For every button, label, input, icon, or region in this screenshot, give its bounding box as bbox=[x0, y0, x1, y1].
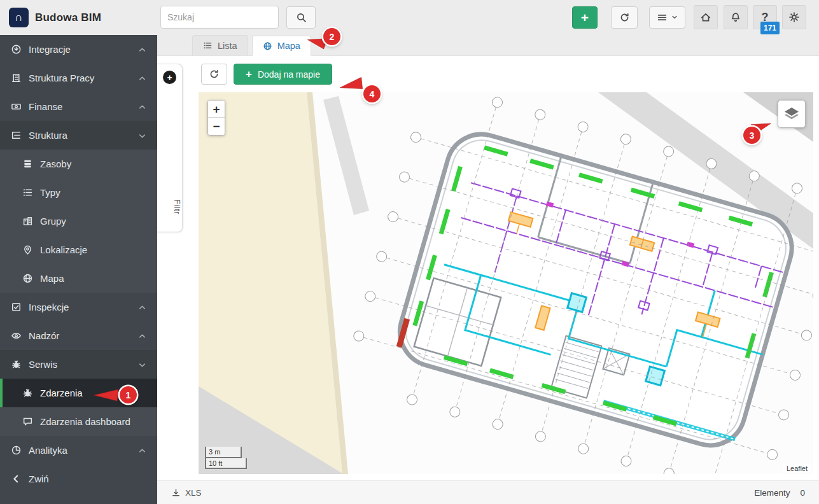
sidebar-item-mapa[interactable]: Mapa bbox=[0, 264, 157, 293]
annotation-4: 4 bbox=[339, 78, 383, 104]
sidebar-item-label: Zwiń bbox=[29, 473, 49, 484]
sidebar-item-typy[interactable]: Typy bbox=[0, 178, 157, 207]
sidebar-collapse-button[interactable]: Zwiń bbox=[0, 465, 157, 493]
chevron-up-icon bbox=[138, 446, 147, 455]
search-input[interactable] bbox=[160, 6, 279, 29]
annotation-badge: 3 bbox=[743, 127, 760, 144]
tab-mapa[interactable]: Mapa bbox=[252, 36, 311, 56]
chevron-left-icon bbox=[10, 473, 22, 485]
annotation-arrow-icon bbox=[340, 79, 363, 92]
sidebar-item-struktura-pracy[interactable]: Struktura Pracy bbox=[0, 64, 157, 92]
list-icon bbox=[203, 41, 213, 50]
sidebar-item-zdarzenia-dashboard[interactable]: Zdarzenia dashboard bbox=[0, 407, 157, 436]
layers-icon bbox=[783, 106, 800, 122]
annotation-arrow-icon bbox=[94, 389, 118, 402]
sidebar-item-integracje[interactable]: Integracje bbox=[0, 35, 157, 64]
hamburger-icon bbox=[657, 12, 668, 23]
globe-icon bbox=[263, 41, 272, 51]
sidebar-item-grupy[interactable]: Grupy bbox=[0, 207, 157, 235]
sidebar-item-lokalizacje[interactable]: Lokalizacje bbox=[0, 235, 157, 264]
menu-button[interactable] bbox=[649, 6, 685, 29]
resources-stack-icon bbox=[22, 158, 33, 170]
tab-strip: Lista Mapa bbox=[157, 35, 819, 56]
map[interactable]: + − 3 m 10 ft Leaflet bbox=[199, 92, 813, 474]
sidebar-item-label: Grupy bbox=[40, 216, 66, 227]
check-square-icon bbox=[10, 302, 22, 313]
structure-tree-icon bbox=[10, 130, 22, 141]
layers-control-button[interactable] bbox=[778, 100, 806, 128]
zoom-in-button[interactable]: + bbox=[208, 101, 225, 118]
sidebar-item-serwis[interactable]: Serwis bbox=[0, 350, 157, 379]
integrations-icon bbox=[10, 44, 22, 55]
create-button[interactable]: + bbox=[572, 6, 598, 29]
chevron-up-icon bbox=[138, 74, 147, 83]
sidebar-item-label: Zdarzenia dashboard bbox=[40, 416, 130, 427]
bug-icon bbox=[22, 388, 33, 399]
elements-counter: Elementy 0 bbox=[754, 488, 805, 498]
sidebar-item-finanse[interactable]: Finanse bbox=[0, 92, 157, 121]
sidebar-item-label: Typy bbox=[40, 187, 60, 198]
list-icon bbox=[22, 187, 33, 199]
sidebar-item-label: Zdarzenia bbox=[40, 388, 83, 398]
organization-icon bbox=[10, 73, 22, 84]
map-scale-control: 3 m 10 ft bbox=[205, 447, 247, 469]
add-filter-button[interactable]: + bbox=[163, 71, 176, 84]
add-on-map-button[interactable]: + Dodaj na mapie bbox=[234, 64, 332, 85]
elements-count: 0 bbox=[800, 488, 805, 498]
sidebar-item-label: Integracje bbox=[29, 44, 71, 55]
sidebar-item-label: Finanse bbox=[29, 101, 62, 112]
chevron-up-icon bbox=[138, 303, 147, 312]
sidebar: ∩ Budowa BIM Integracje Struktura Pracy … bbox=[0, 0, 157, 504]
topbar-refresh-button[interactable] bbox=[611, 6, 638, 29]
sidebar-item-zasoby[interactable]: Zasoby bbox=[0, 150, 157, 178]
sidebar-item-label: Analityka bbox=[29, 445, 67, 456]
floorplan-svg bbox=[199, 92, 813, 474]
chevron-down-icon bbox=[138, 131, 147, 140]
chevron-up-icon bbox=[138, 45, 147, 54]
sidebar-item-label: Nadzór bbox=[29, 330, 59, 341]
tab-lista[interactable]: Lista bbox=[192, 35, 248, 55]
sidebar-item-nadzor[interactable]: Nadzór bbox=[0, 321, 157, 350]
topbar: + ? 171 bbox=[157, 0, 819, 35]
scale-metric: 3 m bbox=[205, 447, 242, 458]
analytics-pie-icon bbox=[10, 445, 22, 456]
home-button[interactable] bbox=[694, 5, 718, 29]
bug-icon bbox=[10, 359, 22, 370]
tab-label: Mapa bbox=[277, 41, 300, 51]
refresh-button[interactable] bbox=[201, 64, 227, 85]
add-on-map-label: Dodaj na mapie bbox=[258, 69, 320, 80]
location-pin-icon bbox=[22, 244, 33, 256]
sidebar-item-label: Lokalizacje bbox=[40, 244, 87, 255]
annotation-badge: 2 bbox=[323, 28, 340, 45]
logo-bar: ∩ Budowa BIM bbox=[0, 0, 157, 35]
annotation-badge: 1 bbox=[120, 386, 137, 403]
annotation-3: 3 bbox=[739, 118, 778, 148]
export-xls-button[interactable]: XLS bbox=[171, 488, 202, 498]
sidebar-item-struktura[interactable]: Struktura bbox=[0, 121, 157, 150]
leaflet-attribution-link[interactable]: Leaflet bbox=[783, 464, 811, 473]
search-button[interactable] bbox=[286, 6, 316, 29]
settings-button[interactable] bbox=[782, 5, 806, 29]
sidebar-item-label: Zasoby bbox=[40, 158, 71, 169]
buildings-icon bbox=[22, 216, 33, 227]
bell-icon bbox=[730, 11, 741, 23]
plus-icon: + bbox=[167, 73, 172, 83]
chevron-down-icon bbox=[671, 13, 678, 22]
sidebar-item-inspekcje[interactable]: Inspekcje bbox=[0, 293, 157, 321]
map-toolbar: + Dodaj na mapie bbox=[201, 64, 332, 85]
logo-glyph: ∩ bbox=[15, 11, 23, 24]
sidebar-menu: Integracje Struktura Pracy Finanse Struk… bbox=[0, 35, 157, 493]
filter-label: Filtr bbox=[157, 193, 182, 220]
annotation-1: 1 bbox=[93, 384, 141, 406]
filter-panel-tab[interactable]: + Filtr bbox=[157, 64, 183, 232]
search-icon bbox=[296, 12, 307, 23]
sidebar-item-analityka[interactable]: Analityka bbox=[0, 436, 157, 465]
sidebar-item-label: Mapa bbox=[40, 273, 64, 284]
notifications-button[interactable] bbox=[724, 5, 748, 29]
globe-icon bbox=[22, 273, 33, 284]
app-title: Budowa BIM bbox=[35, 11, 101, 24]
export-xls-label: XLS bbox=[185, 488, 202, 498]
refresh-icon bbox=[209, 69, 220, 80]
zoom-out-button[interactable]: − bbox=[208, 118, 225, 135]
help-badge: 171 bbox=[760, 22, 780, 34]
